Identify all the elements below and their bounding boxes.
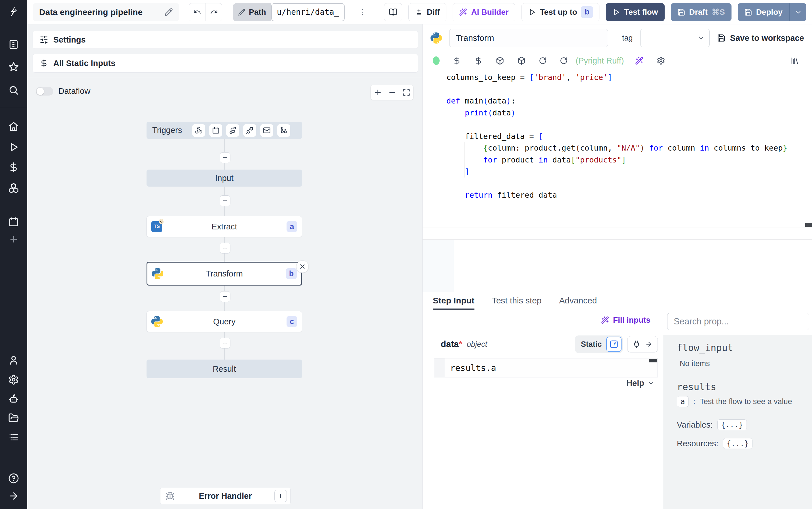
editor-toolbar: (Pyright Ruff) [422, 52, 812, 70]
ai-wand-icon[interactable] [635, 57, 644, 65]
flow-settings-bar[interactable]: Settings [33, 31, 418, 49]
variable-picker-dollar-icon[interactable] [453, 57, 461, 65]
result-node[interactable]: Result [147, 360, 302, 378]
http-route-trigger-icon[interactable] [226, 124, 239, 137]
reload-icon[interactable] [539, 57, 547, 65]
poll-trigger-icon[interactable] [277, 124, 290, 137]
flow-input-key[interactable]: flow_input [677, 342, 733, 353]
add-error-handler-button[interactable] [274, 490, 287, 502]
javascript-expression-mode-button[interactable] [606, 337, 622, 352]
redo-button[interactable] [206, 3, 222, 21]
remove-step-close-icon[interactable] [296, 260, 309, 273]
diff-button[interactable]: Diff [408, 3, 447, 21]
flow-title-box[interactable]: Data engineering pipeline [33, 3, 179, 21]
expand-sidebar-icon[interactable] [7, 490, 20, 502]
more-menu-kebab-icon[interactable] [356, 6, 368, 19]
workers-robot-icon[interactable] [7, 393, 20, 405]
static-mode-label[interactable]: Static [581, 340, 602, 349]
zoom-in-button[interactable] [374, 88, 382, 97]
library-icon[interactable] [790, 57, 799, 65]
path-value[interactable]: u/henri/data_ [271, 3, 345, 21]
help-dropdown[interactable]: Help [626, 379, 655, 388]
tab-advanced[interactable]: Advanced [559, 292, 597, 310]
resources-chip[interactable]: {...} [723, 438, 752, 449]
code-editor[interactable]: columns_to_keep = ['brand', 'price'] def… [422, 70, 812, 292]
triggers-label: Triggers [152, 126, 182, 135]
user-icon[interactable] [7, 354, 20, 366]
step-node-query[interactable]: Query c [147, 311, 302, 332]
tab-step-input[interactable]: Step Input [433, 292, 474, 310]
home-icon[interactable] [7, 120, 20, 133]
add-step-button[interactable] [220, 195, 230, 206]
test-up-to-button[interactable]: Test up to b [521, 3, 600, 21]
input-node[interactable]: Input [147, 170, 302, 186]
help-icon[interactable] [7, 472, 20, 485]
fill-inputs-button[interactable]: Fill inputs [601, 316, 651, 325]
draft-shortcut: ⌘S [712, 7, 725, 17]
triggers-node[interactable]: Triggers [147, 122, 302, 139]
step-node-transform-selected[interactable]: Transform b [147, 262, 302, 285]
tab-test-this-step[interactable]: Test this step [492, 292, 542, 310]
webhook-trigger-icon[interactable] [192, 124, 205, 137]
error-handler-node[interactable]: Error Handler [160, 488, 291, 504]
websocket-trigger-icon[interactable] [243, 124, 256, 137]
resources-cubes-icon[interactable] [7, 182, 20, 194]
deploy-chevron-down-icon[interactable] [795, 8, 802, 16]
package-icon[interactable] [496, 57, 504, 65]
expression-scrollbar[interactable] [649, 359, 657, 363]
connect-input-button[interactable] [627, 336, 658, 352]
ai-wand-icon [459, 8, 467, 16]
save-to-workspace-button[interactable]: Save to workspace [717, 33, 804, 43]
schedule-trigger-icon[interactable] [209, 124, 222, 137]
draft-button[interactable]: Draft ⌘S [671, 3, 732, 21]
tag-label: tag [622, 34, 633, 42]
result-a-row[interactable]: a : Test the flow to see a value [677, 396, 792, 407]
code-content[interactable]: columns_to_keep = ['brand', 'price'] def… [446, 71, 787, 201]
all-static-inputs-bar[interactable]: All Static Inputs [33, 54, 418, 73]
runs-play-icon[interactable] [7, 141, 20, 154]
folders-icon[interactable] [7, 412, 20, 424]
variables-chip[interactable]: {...} [717, 419, 747, 430]
add-plus-icon[interactable] [7, 233, 20, 245]
dataflow-toggle[interactable] [36, 87, 53, 96]
expression-value[interactable]: results.a [445, 363, 496, 373]
step-node-extract[interactable]: TS Extract a [147, 216, 302, 237]
diff-icon [415, 8, 423, 16]
zoom-out-button[interactable] [388, 88, 397, 97]
add-step-button[interactable] [220, 291, 230, 302]
test-flow-button[interactable]: Test flow [606, 3, 664, 21]
editor-scrollbar[interactable] [805, 223, 812, 227]
editor-settings-gear-icon[interactable] [657, 57, 665, 65]
logs-list-icon[interactable] [7, 431, 20, 443]
favorites-star-icon[interactable] [7, 61, 20, 73]
result-node-label: Result [213, 364, 236, 374]
docs-button[interactable] [384, 3, 402, 21]
resource-picker-dollar-icon[interactable] [474, 57, 483, 65]
plug-icon [633, 340, 640, 348]
result-key-chip[interactable]: a [677, 396, 689, 407]
fit-view-button[interactable] [402, 89, 410, 96]
expression-input[interactable]: results.a [434, 358, 658, 377]
add-step-button[interactable] [220, 338, 230, 348]
tag-select[interactable] [640, 29, 710, 47]
settings-gear-icon[interactable] [7, 373, 20, 386]
deploy-button[interactable]: Deploy [738, 3, 806, 21]
reload-icon[interactable] [560, 57, 568, 65]
package-icon[interactable] [517, 57, 526, 65]
add-step-button[interactable] [220, 152, 230, 163]
email-trigger-icon[interactable] [260, 124, 273, 137]
workspace-icon[interactable] [7, 38, 20, 51]
path-chip[interactable]: Path u/henri/data_ [233, 3, 345, 21]
add-step-button[interactable] [220, 243, 230, 253]
search-prop-input[interactable] [667, 313, 809, 330]
step-tabs: Step Input Test this step Advanced [422, 292, 812, 310]
schedules-calendar-icon[interactable] [7, 215, 20, 228]
results-key[interactable]: results [677, 381, 716, 393]
step-name-input[interactable] [449, 29, 608, 47]
variables-dollar-icon[interactable] [7, 161, 20, 174]
ai-builder-button[interactable]: AI Builder [453, 3, 515, 21]
search-icon[interactable] [7, 84, 20, 96]
edit-title-pencil-icon[interactable] [164, 8, 173, 16]
undo-button[interactable] [189, 3, 206, 21]
windmill-logo-icon[interactable] [7, 6, 20, 18]
